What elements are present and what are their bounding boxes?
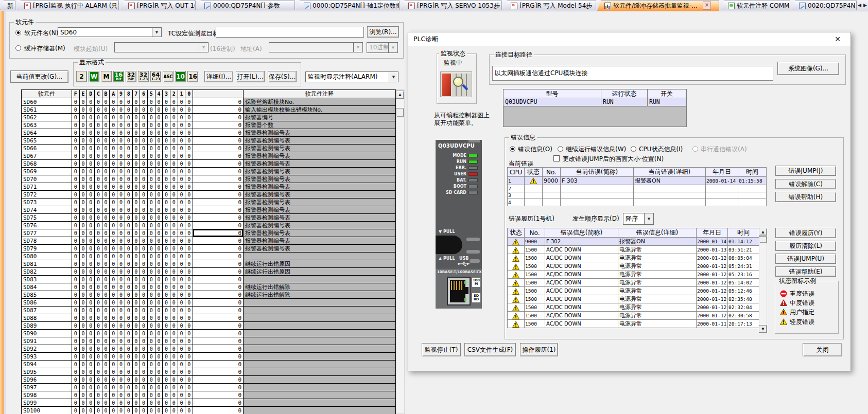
close-icon[interactable]: ✕ — [833, 34, 842, 44]
scrollbar-down-icon[interactable]: ▼ — [759, 325, 767, 333]
device-row-SD75[interactable]: SD7500000000000000000报警器检测编号表 — [22, 214, 396, 222]
serial-comm-error-radio-label[interactable]: 串行通信错误(A) — [701, 145, 747, 154]
format-button-64-1.23[interactable]: 641.23 — [150, 71, 161, 82]
device-row-SD76[interactable]: SD7600000000000000000报警器检测编号表 — [22, 222, 396, 229]
device-row-SD95[interactable]: SD9500000000000000000 — [22, 368, 396, 376]
device-row-SD72[interactable]: SD7200000000000000000报警器检测编号表 — [22, 191, 396, 199]
history-row[interactable]: 1500AC/DC DOWN电源异常2000-01-1206:05:04 — [508, 254, 759, 262]
device-row-SD65[interactable]: SD6500000000000000000报警器检测编号表 — [22, 137, 396, 145]
tab-1[interactable]: [PRG]监视 执行中 ALARM (只读... — [17, 1, 119, 10]
format-button-w[interactable]: W — [89, 71, 99, 82]
device-row-SD92[interactable]: SD9200000000000000000 — [22, 345, 396, 353]
error-jump-button[interactable]: 错误JUMP(J) — [775, 166, 836, 176]
device-row-SD71[interactable]: SD7100000000000000000报警器检测编号表 — [22, 183, 396, 191]
device-table-scrollbar[interactable] — [396, 89, 405, 414]
dialog-titlebar[interactable]: PLC诊断 ✕ — [408, 32, 850, 46]
tab-2[interactable]: [PRG]R 写入 OUT 166步 — [121, 1, 196, 10]
history-row[interactable]: 1500AC/DC DOWN电源异常2000-01-1205:23:16 — [508, 271, 759, 279]
device-name-combo[interactable]: SD60 ▼ — [58, 27, 162, 37]
format-button-2[interactable]: 2 — [76, 71, 87, 82]
device-row-SD85[interactable]: SD8500000000000000000继续运行出错解除 — [22, 291, 396, 299]
device-row-SD96[interactable]: SD9600000000000000000 — [22, 376, 396, 384]
device-row-SD100[interactable]: SD10000000000000000000 — [22, 407, 396, 414]
tab-close-icon[interactable]: × — [703, 2, 711, 10]
device-row-SD84[interactable]: SD8400000000000000000继续运行出错解除 — [22, 283, 396, 291]
error-help2-button[interactable]: 错误帮助(E) — [775, 266, 836, 277]
tc-target-input[interactable] — [216, 27, 364, 38]
comment-display-combo[interactable]: 监视时显示注释(ALARM) ▼ — [305, 71, 398, 82]
order-combo[interactable]: 降序 ▼ — [623, 213, 654, 225]
device-row-SD64[interactable]: SD6400000000000000000报警器检测编号表 — [22, 129, 396, 137]
error-clear-button[interactable]: 错误解除(C) — [775, 179, 836, 189]
history-row[interactable]: 1500AC/DC DOWN电源异常2000-01-1205:14:02 — [508, 279, 759, 287]
device-row-SD79[interactable]: SD7900000000000000000报警器检测编号表 — [22, 245, 396, 253]
current-error-row[interactable]: 4 — [508, 199, 767, 206]
history-row[interactable]: 1500AC/DC DOWN电源异常2000-01-1205:12:46 — [508, 287, 759, 295]
device-row-SD89[interactable]: SD8900000000000000000 — [22, 322, 396, 330]
format-button-32-bit[interactable]: 32bit — [126, 71, 136, 82]
error-jump2-button[interactable]: 错误JUMP(U) — [775, 254, 836, 264]
device-row-SD88[interactable]: SD8800000000000000000 — [22, 314, 396, 322]
device-row-SD69[interactable]: SD6900000000000000000报警器检测编号表 — [22, 168, 396, 175]
history-row[interactable]: 1500AC/DC DOWN电源异常2000-01-1202:32:04 — [508, 303, 759, 312]
open-button[interactable]: 打开(L)... — [236, 71, 265, 82]
change-current-value-button[interactable]: 当前值更改(G)... — [10, 70, 68, 83]
error-info-radio[interactable] — [510, 146, 515, 152]
format-button-32-1.23[interactable]: 321.23 — [138, 71, 149, 82]
format-button-10[interactable]: 10 — [175, 71, 186, 82]
history-row[interactable]: 1500AC/DC DOWN电源异常2000-01-1120:17:13 — [508, 320, 759, 328]
device-name-radio-label[interactable]: 软元件名(N) — [24, 29, 58, 38]
tab-8[interactable]: 软元件注释 COMMENT — [721, 1, 790, 10]
history-clear-button[interactable]: 履历清除(L) — [775, 241, 836, 251]
error-history-button[interactable]: 错误履历(Y) — [775, 228, 836, 238]
history-row[interactable]: 1500AC/DC DOWN电源异常2000-01-1202:35:40 — [508, 295, 759, 303]
system-image-button[interactable]: 系统图像(G)... — [777, 62, 839, 75]
tab-3[interactable]: 0000:QD75P4N[]-参数 — [197, 1, 295, 10]
chevron-down-icon[interactable]: ▼ — [152, 28, 161, 37]
device-name-radio[interactable] — [15, 30, 21, 35]
scrollbar-up-icon[interactable]: ▲ — [396, 91, 404, 99]
stop-monitor-button[interactable]: 监视停止(T) — [422, 343, 461, 356]
module-start-combo[interactable]: ▼ — [114, 42, 209, 52]
continue-run-error-radio[interactable] — [558, 146, 563, 152]
device-row-SD93[interactable]: SD9300000000000000000 — [22, 353, 396, 361]
device-row-SD61[interactable]: SD6100000000000000000输入输出模块校验出错模块No. — [22, 106, 396, 114]
dialog-close-button[interactable]: 关闭 — [803, 343, 842, 356]
device-row-SD99[interactable]: SD9900000000000000000 — [22, 399, 396, 407]
scrollbar-up-icon[interactable]: ▲ — [759, 228, 767, 236]
buffer-memory-radio[interactable] — [15, 45, 21, 51]
history-row[interactable]: 1500AC/DC DOWN电源异常2000-01-1303:51:21 — [508, 246, 759, 254]
tab-scroll-right-icon[interactable]: ▶ — [863, 3, 867, 8]
cpu-status-radio[interactable] — [631, 146, 636, 152]
device-row-SD97[interactable]: SD9700000000000000000 — [22, 384, 396, 391]
jump-resize-checkbox-label[interactable]: 更改错误JUMP后的画面大小·位置(N) — [563, 155, 664, 164]
tab-scroll-left-icon[interactable]: ◀ — [858, 3, 861, 8]
cpu-module-graphic[interactable]: Q03UDVCPU MODERUNERR.USERBAT.BOOTSD CARD… — [436, 140, 482, 309]
format-button-16[interactable]: 16 — [187, 71, 198, 82]
current-error-row[interactable]: 3 — [508, 192, 767, 199]
current-error-row[interactable]: 2 — [508, 185, 767, 192]
device-row-SD63[interactable]: SD6300000000000000000报警器个数 — [22, 121, 396, 129]
tab-7[interactable]: 软元件/缓冲存储器批量监视-...× — [597, 0, 719, 11]
history-row[interactable]: 1500AC/DC DOWN电源异常2000-01-1205:24:31 — [508, 262, 759, 271]
format-button-asc[interactable]: ASC — [163, 71, 173, 82]
format-button-16-bit[interactable]: 16bit — [113, 71, 124, 82]
save-button[interactable]: 保存(S)... — [268, 71, 297, 82]
device-row-SD86[interactable]: SD8600000000000000000 — [22, 299, 396, 307]
device-row-SD90[interactable]: SD9000000000000000000 — [22, 330, 396, 337]
chevron-down-icon[interactable]: ▼ — [644, 213, 653, 224]
device-row-SD78[interactable]: SD7800000000000000000报警器检测编号表 — [22, 237, 396, 245]
jump-resize-checkbox[interactable] — [553, 155, 560, 161]
device-row-SD87[interactable]: SD8700000000000000000 — [22, 307, 396, 314]
device-row-SD73[interactable]: SD7300000000000000000报警器检测编号表 — [22, 199, 396, 206]
cpu-state-row[interactable]: Q03UDVCPURUNRUN — [504, 98, 686, 106]
device-row-SD66[interactable]: SD6600000000000000000报警器检测编号表 — [22, 145, 396, 152]
scrollbar-thumb[interactable] — [396, 108, 404, 117]
tab-4[interactable]: 0000:QD75P4N[]-轴1定位数据 — [297, 1, 400, 10]
buffer-memory-radio-label[interactable]: 缓冲存储器(M) — [24, 44, 65, 53]
device-row-SD74[interactable]: SD7400000000000000000报警器检测编号表 — [22, 206, 396, 214]
device-row-SD60[interactable]: SD6000000000000000000保险丝熔断模块No. — [22, 98, 396, 106]
base-combo[interactable]: 10进制 ▼ — [367, 42, 398, 53]
tab-9[interactable]: 0020:QD75P4N — [792, 1, 857, 10]
csv-generate-button[interactable]: CSV文件生成(F) — [464, 343, 516, 356]
